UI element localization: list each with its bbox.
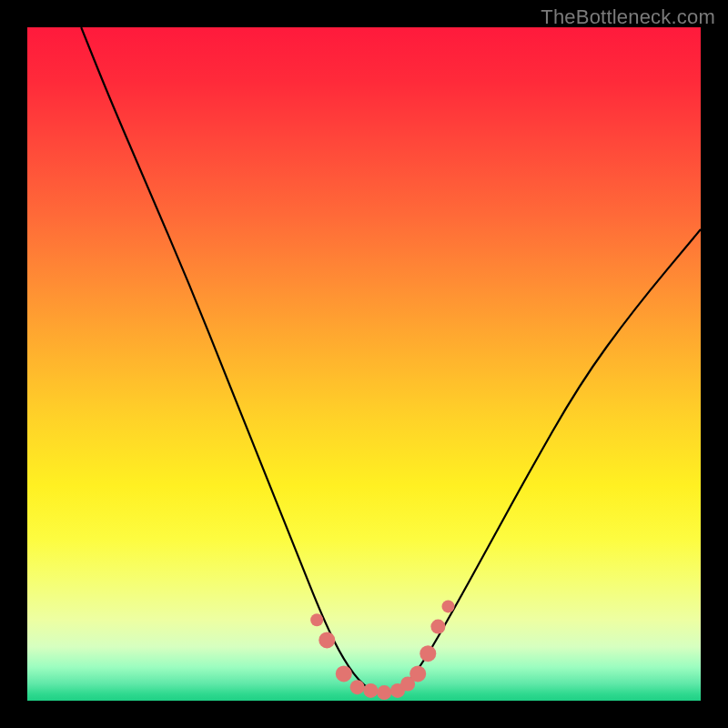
marker-dot: [318, 632, 335, 648]
marker-group: [310, 600, 454, 700]
watermark-text: TheBottleneck.com: [541, 5, 715, 29]
marker-dot: [310, 613, 323, 626]
plot-area: [27, 27, 701, 701]
marker-dot: [363, 683, 378, 698]
marker-dot: [420, 645, 436, 662]
chart-frame: TheBottleneck.com: [0, 0, 728, 728]
marker-dot: [410, 665, 426, 682]
marker-dot: [377, 685, 391, 700]
chart-svg: [27, 27, 701, 701]
marker-dot: [336, 665, 352, 682]
marker-dot: [442, 600, 455, 612]
marker-dot: [350, 680, 365, 694]
bottleneck-curve: [81, 27, 701, 693]
marker-dot: [430, 620, 445, 634]
